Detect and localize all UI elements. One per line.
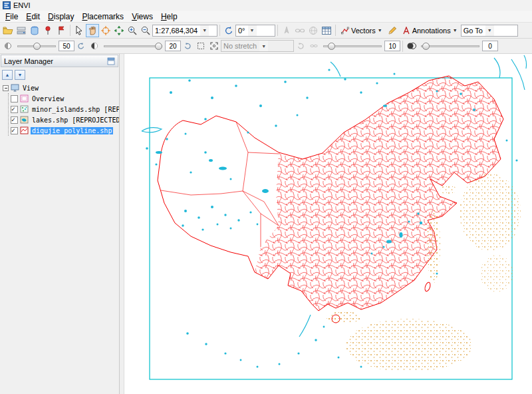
- layer-row-overview[interactable]: Overview: [11, 93, 119, 104]
- link-views-button[interactable]: [293, 24, 307, 37]
- chevron-down-icon[interactable]: ▼: [248, 25, 257, 36]
- pencil-button[interactable]: [386, 24, 399, 37]
- slider-handle[interactable]: [33, 43, 41, 50]
- map-canvas: [124, 54, 532, 394]
- menu-help[interactable]: Help: [157, 11, 182, 22]
- rotation-combobox[interactable]: 0° ▼: [235, 25, 275, 37]
- select-tool-button[interactable]: [72, 24, 86, 37]
- fly-tool-button[interactable]: [112, 24, 126, 37]
- pan-tool-button[interactable]: [86, 24, 99, 37]
- layer-tree: View Overview: [0, 82, 119, 136]
- stretch-box-button[interactable]: [207, 39, 221, 53]
- layer-checkbox[interactable]: [11, 95, 18, 102]
- layer-checkbox[interactable]: [11, 106, 18, 113]
- attribute-table-button[interactable]: [320, 24, 333, 37]
- stretch-combobox[interactable]: No stretch ▼: [221, 40, 294, 52]
- minor-islands-layer-icon: [20, 105, 29, 113]
- layer-manager-panel: Layer Manager ▲ ▼ View: [0, 54, 120, 394]
- layer-label: diqujie_polyline.shp: [31, 127, 113, 134]
- move-layer-down-button[interactable]: ▼: [15, 70, 25, 80]
- collapse-icon[interactable]: [3, 85, 9, 91]
- panel-menu-icon[interactable]: [107, 57, 115, 65]
- stretch-link-button[interactable]: [307, 39, 321, 53]
- chevron-down-icon: ▼: [259, 41, 268, 51]
- rotate-ccw-icon: [223, 25, 234, 36]
- contrast-slider[interactable]: [104, 40, 162, 52]
- transparency-button[interactable]: [405, 39, 418, 53]
- refresh-cw-icon: [184, 42, 192, 50]
- zoom-in-button[interactable]: [126, 24, 139, 37]
- map-view[interactable]: [124, 54, 532, 394]
- toolbar-separator: [335, 25, 336, 36]
- menu-edit[interactable]: Edit: [22, 11, 44, 22]
- dashed-extent-button[interactable]: [194, 39, 207, 53]
- chevron-down-icon[interactable]: ▼: [485, 25, 494, 36]
- move-layer-up-button[interactable]: ▲: [2, 70, 13, 80]
- layer-label: lakes.shp [REPROJECTED]: [31, 116, 119, 124]
- layer-row-minor-islands[interactable]: minor_islands.shp [REPROJECTED]: [11, 104, 119, 114]
- brightness-value[interactable]: 50: [59, 41, 74, 51]
- pushpin-icon: [43, 25, 53, 36]
- slider-handle[interactable]: [155, 43, 162, 50]
- contrast-value[interactable]: 20: [165, 41, 181, 51]
- fly-arrows-icon: [114, 25, 124, 36]
- sharpen-value[interactable]: 10: [384, 41, 400, 51]
- geographic-link-button[interactable]: [307, 24, 320, 37]
- chevron-down-icon[interactable]: ▼: [200, 25, 209, 36]
- transparency-value[interactable]: 0: [482, 41, 498, 51]
- view-icon: [11, 84, 19, 92]
- refresh-button[interactable]: [181, 39, 194, 53]
- data-manager-button[interactable]: [15, 24, 28, 37]
- tree-root-view[interactable]: View: [3, 83, 119, 93]
- annotations-dropdown-button[interactable]: Annotations ▼: [399, 24, 461, 37]
- zoom-out-button[interactable]: [139, 24, 152, 37]
- placemark-flag-button[interactable]: [55, 24, 68, 37]
- slider-handle[interactable]: [328, 43, 335, 50]
- zoom-scale-combobox[interactable]: 1:27,684,304 ▼: [152, 25, 217, 37]
- menu-views[interactable]: Views: [128, 11, 157, 22]
- brightness-button[interactable]: [1, 39, 15, 53]
- north-arrow-icon: [281, 25, 292, 36]
- rotate-button[interactable]: [222, 24, 235, 37]
- vectors-dropdown-button[interactable]: Vectors ▼: [338, 24, 386, 37]
- crosshair-tool-button[interactable]: [99, 24, 112, 37]
- panel-splitter[interactable]: [120, 54, 124, 394]
- title-bar[interactable]: ENVI: [0, 0, 532, 11]
- layer-manager-header[interactable]: Layer Manager: [1, 55, 118, 67]
- goto-combobox[interactable]: Go To ▼: [461, 25, 518, 37]
- layer-checkbox[interactable]: [11, 116, 18, 124]
- refresh-cw-icon: [297, 42, 305, 50]
- contrast-icon: [90, 42, 98, 50]
- database-button[interactable]: [28, 24, 41, 37]
- sharpen-slider[interactable]: [323, 40, 382, 52]
- layer-row-lakes[interactable]: lakes.shp [REPROJECTED]: [11, 114, 119, 125]
- dashed-box-icon: [197, 42, 205, 50]
- north-arrow-button[interactable]: [280, 24, 293, 37]
- crop-corners-icon: [210, 42, 218, 50]
- refresh-ccw-icon: [77, 42, 85, 50]
- layer-row-diqujie-polyline[interactable]: diqujie_polyline.shp: [11, 125, 119, 136]
- brightness-icon: [4, 42, 12, 50]
- menu-bar: File Edit Display Placemarks Views Help: [0, 11, 532, 23]
- open-file-button[interactable]: [1, 24, 15, 37]
- chevron-down-icon: ▼: [453, 28, 458, 33]
- pencil-icon: [387, 25, 398, 36]
- contrast-button[interactable]: [88, 39, 101, 53]
- link-icon: [295, 25, 305, 36]
- goto-value: Go To: [464, 27, 483, 35]
- annotations-label: Annotations: [412, 27, 451, 35]
- transparency-slider[interactable]: [421, 40, 479, 52]
- layer-checkbox[interactable]: [11, 127, 18, 134]
- brightness-slider[interactable]: [17, 40, 56, 52]
- slider-track: [104, 45, 162, 47]
- slider-handle[interactable]: [422, 43, 430, 50]
- stretch-refresh-button[interactable]: [294, 39, 307, 53]
- placemark-pin-button[interactable]: [41, 24, 55, 37]
- layer-manager-title: Layer Manager: [4, 57, 53, 65]
- menu-placemarks[interactable]: Placemarks: [78, 11, 128, 22]
- tree-root-label: View: [21, 85, 40, 92]
- menu-file[interactable]: File: [1, 11, 22, 22]
- menu-display[interactable]: Display: [44, 11, 78, 22]
- refresh-left-button[interactable]: [74, 39, 88, 53]
- slider-track: [421, 45, 479, 47]
